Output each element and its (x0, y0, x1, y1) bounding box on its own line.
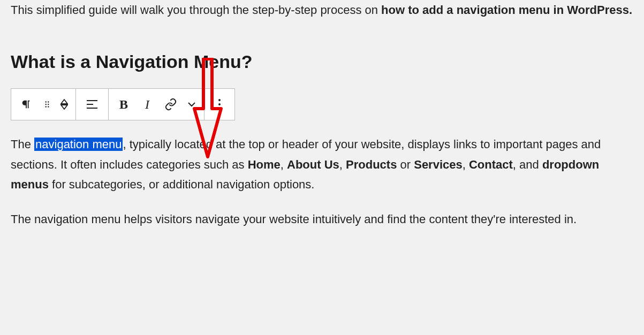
selected-text[interactable]: navigation menu (34, 138, 123, 151)
block-toolbar: B I (11, 88, 235, 120)
svg-point-10 (218, 103, 221, 105)
intro-paragraph: This simplified guide will walk you thro… (11, 0, 633, 20)
p1-b4: Services (414, 158, 463, 171)
options-button[interactable] (208, 89, 231, 119)
svg-point-11 (218, 108, 221, 110)
paragraph-block-icon[interactable] (14, 89, 38, 119)
svg-point-5 (48, 106, 49, 107)
p1-c5: , and (513, 158, 542, 171)
p1-t3: for subcategories, or additional navigat… (49, 178, 315, 191)
svg-point-3 (48, 104, 49, 105)
p1-b1: Home (248, 158, 281, 171)
svg-point-4 (46, 106, 47, 107)
p1-c3: or (397, 158, 414, 171)
p1-c1: , (281, 158, 287, 171)
italic-label: I (145, 94, 149, 116)
p1-b2: About Us (287, 158, 339, 171)
p1-c2: , (339, 158, 346, 171)
svg-point-9 (218, 99, 221, 101)
bold-button[interactable]: B (112, 89, 135, 119)
svg-point-0 (46, 101, 47, 102)
p1-c4: , (463, 158, 469, 171)
intro-text: This simplified guide will walk you thro… (11, 3, 381, 17)
italic-button[interactable]: I (135, 89, 159, 119)
svg-point-1 (48, 101, 49, 102)
section-heading: What is a Navigation Menu? (11, 47, 633, 78)
p1-b3: Products (346, 158, 397, 171)
intro-bold: how to add a navigation menu in WordPres… (381, 3, 632, 17)
toolbar-group-options (204, 89, 234, 120)
purpose-paragraph: The navigation menu helps visitors navig… (11, 209, 633, 229)
p1-b5: Contact (469, 158, 513, 171)
more-rich-text-button[interactable] (183, 89, 201, 119)
toolbar-group-align (76, 89, 109, 120)
toolbar-group-format: B I (109, 89, 204, 120)
drag-handle-icon[interactable] (38, 89, 56, 119)
p1-t1: The (11, 138, 34, 151)
definition-paragraph: The navigation menu, typically located a… (11, 134, 633, 194)
toolbar-group-block (11, 89, 76, 120)
bold-label: B (119, 94, 128, 116)
svg-point-2 (46, 104, 47, 105)
align-button[interactable] (79, 89, 105, 119)
move-up-down[interactable] (56, 89, 72, 119)
link-button[interactable] (159, 89, 183, 119)
